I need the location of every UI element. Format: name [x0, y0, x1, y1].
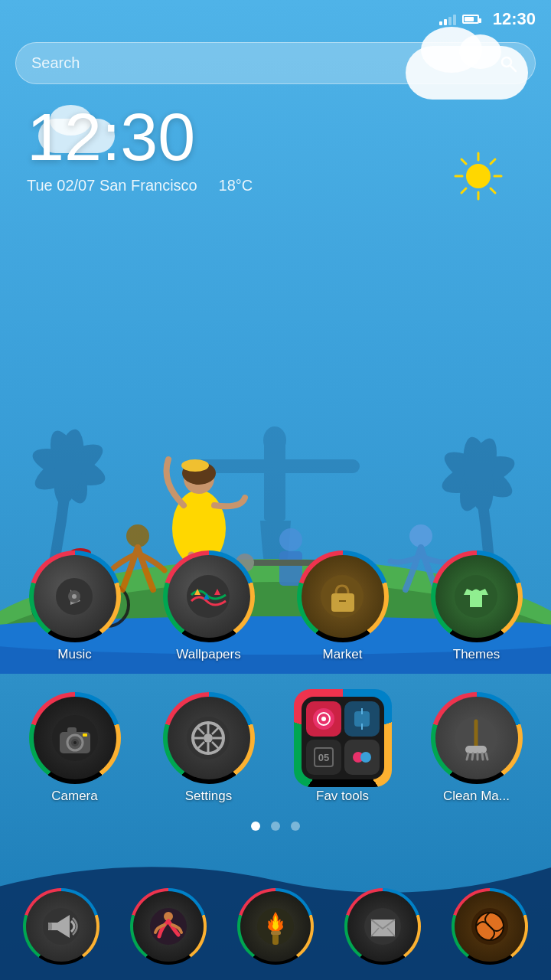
- signal-icon: [439, 13, 456, 25]
- svg-rect-15: [264, 444, 285, 521]
- svg-point-47: [72, 594, 77, 599]
- battery-icon: [462, 15, 479, 24]
- app-row-2: Camera: [0, 692, 551, 804]
- page-indicators: [0, 822, 551, 831]
- search-bar[interactable]: Search: [15, 42, 536, 84]
- svg-line-90: [482, 753, 483, 760]
- svg-rect-53: [331, 593, 354, 612]
- app-label-wallpapers: Wallpapers: [176, 647, 240, 662]
- svg-rect-86: [465, 746, 487, 753]
- app-item-market[interactable]: Market: [287, 550, 398, 662]
- app-item-themes[interactable]: Themes: [421, 550, 532, 662]
- svg-point-29: [181, 459, 209, 472]
- svg-line-91: [486, 753, 487, 760]
- svg-rect-16: [191, 459, 360, 473]
- svg-rect-62: [83, 733, 87, 737]
- svg-text:05: 05: [318, 752, 328, 763]
- app-item-music[interactable]: Music: [19, 550, 130, 662]
- svg-point-44: [409, 524, 432, 547]
- svg-point-83: [360, 752, 371, 763]
- svg-line-87: [467, 753, 468, 760]
- page-dot-1[interactable]: [251, 822, 260, 831]
- svg-line-10: [461, 188, 466, 193]
- dock-item-basketball[interactable]: [436, 888, 543, 965]
- app-label-favtools: Fav tools: [316, 789, 369, 804]
- search-placeholder: Search: [31, 54, 497, 72]
- app-item-settings[interactable]: Settings: [153, 692, 264, 804]
- app-item-wallpapers[interactable]: Wallpapers: [153, 550, 264, 662]
- clock-date: Tue 02/07 San Francisco 18°C: [27, 177, 253, 194]
- clock-widget: 12:30 Tue 02/07 San Francisco 18°C: [27, 103, 253, 194]
- svg-point-65: [204, 733, 213, 743]
- svg-rect-98: [271, 931, 281, 935]
- svg-line-9: [491, 159, 495, 164]
- svg-point-39: [279, 528, 302, 551]
- app-item-cleanmaster[interactable]: Clean Ma...: [421, 692, 532, 804]
- app-label-themes: Themes: [453, 647, 500, 662]
- app-label-camera: Camera: [51, 789, 97, 804]
- app-label-cleanmaster: Clean Ma...: [443, 789, 510, 804]
- svg-rect-58: [67, 727, 77, 733]
- page-dot-2[interactable]: [271, 822, 280, 831]
- weather-widget: [452, 149, 505, 203]
- svg-point-76: [321, 717, 326, 721]
- svg-point-38: [126, 524, 149, 547]
- svg-line-1: [510, 66, 516, 71]
- app-label-settings: Settings: [185, 789, 232, 804]
- page-dot-3[interactable]: [291, 822, 300, 831]
- dock-item-torch[interactable]: [222, 888, 329, 965]
- svg-line-7: [461, 159, 466, 164]
- app-row-1: Music Wallpapers: [0, 550, 551, 662]
- dock-row: [0, 888, 551, 965]
- search-icon[interactable]: [497, 52, 520, 75]
- svg-point-2: [466, 164, 491, 188]
- app-label-market: Market: [323, 647, 363, 662]
- svg-point-17: [263, 426, 286, 454]
- dock-item-megaphone[interactable]: [8, 888, 115, 965]
- app-item-favtools[interactable]: 05 Fav tools: [287, 692, 398, 804]
- app-item-camera[interactable]: Camera: [19, 692, 130, 804]
- dock-item-mail[interactable]: [329, 888, 436, 965]
- clock-time: 12:30: [27, 103, 253, 171]
- dock-item-dancer[interactable]: [115, 888, 222, 965]
- sun-icon: [452, 149, 505, 203]
- svg-point-61: [73, 741, 77, 744]
- svg-line-8: [491, 188, 495, 193]
- app-label-music: Music: [57, 647, 91, 662]
- svg-rect-93: [48, 923, 52, 930]
- status-time: 12:30: [493, 9, 536, 29]
- status-bar: 12:30: [0, 0, 551, 38]
- svg-line-88: [472, 753, 473, 760]
